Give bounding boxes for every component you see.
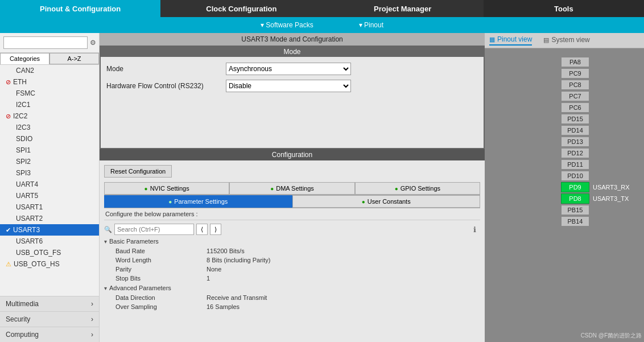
tab-nvic[interactable]: ● NVIC Settings (104, 182, 229, 195)
pin-row-pd14: PD14 (561, 125, 644, 135)
pinout-menu[interactable]: ▾ Pinout (359, 21, 383, 29)
sidebar-item-usart6[interactable]: USART6 (0, 236, 99, 247)
pin-row-pb14: PB14 (561, 216, 644, 226)
sidebar-item-eth[interactable]: ⊘ETH (0, 76, 99, 88)
params-next-button[interactable]: ⟩ (210, 224, 221, 235)
pin-pd13[interactable]: PD13 (561, 137, 589, 147)
tab-system-view[interactable]: ▤ System view (543, 35, 589, 46)
sidebar-item-uart4[interactable]: UART4 (0, 179, 99, 190)
tab-user-constants[interactable]: ● User Constants (292, 195, 481, 208)
pin-pd9[interactable]: PD9 (561, 182, 589, 192)
sidebar-group-computing: Computing › (0, 327, 99, 342)
pin-row-pa8: PA8 (561, 57, 644, 67)
param-baud-rate: Baud Rate 115200 Bits/s (104, 246, 480, 256)
pinout-area: PA8 PC9 PC8 PC7 PC6 PD15 PD14 PD13 PD12 … (485, 48, 644, 342)
config-section: Configuration Reset Configuration ● NVIC… (100, 149, 485, 316)
search-icon: 🔍 (104, 226, 112, 233)
hwflow-label: Hardware Flow Control (RS232) (106, 82, 220, 90)
sidebar-item-usart3[interactable]: ✔USART3 (0, 224, 99, 236)
watermark: CSDN @F菌的进阶之路 (581, 332, 642, 340)
mode-section-title: Mode (101, 47, 484, 57)
sidebar-item-spi1[interactable]: SPI1 (0, 145, 99, 156)
security-expand-icon: › (91, 315, 93, 323)
params-prev-button[interactable]: ⟨ (196, 224, 208, 235)
params-info-icon: ℹ (469, 224, 480, 235)
center-content: USART3 Mode and Configuration Mode Mode … (100, 33, 485, 342)
sidebar-item-usart2[interactable]: USART2 (0, 213, 99, 224)
pin-pd8[interactable]: PD8 (561, 193, 589, 204)
sidebar: ⚙ Categories A->Z CAN2 ⊘ETH FSMC I2C1 ⊘I… (0, 33, 100, 342)
sidebar-group-security-header[interactable]: Security › (0, 312, 99, 327)
sidebar-item-usb-otg-hs[interactable]: ⚠USB_OTG_HS (0, 258, 99, 270)
tab-params[interactable]: ● Parameter Settings (104, 195, 292, 208)
sidebar-tab-az[interactable]: A->Z (49, 53, 99, 64)
pin-pd14[interactable]: PD14 (561, 125, 589, 135)
sidebar-item-spi3[interactable]: SPI3 (0, 167, 99, 179)
sidebar-item-fsmc[interactable]: FSMC (0, 88, 99, 99)
usart-title: USART3 Mode and Configuration (100, 33, 485, 46)
params-search-row: 🔍 ⟨ ⟩ ℹ (104, 222, 480, 236)
nav-clock[interactable]: Clock Configuration (161, 0, 322, 17)
sidebar-tab-categories[interactable]: Categories (0, 53, 49, 64)
sidebar-item-uart5[interactable]: UART5 (0, 190, 99, 201)
sidebar-item-usb-otg-fs[interactable]: USB_OTG_FS (0, 247, 99, 258)
nav-tools[interactable]: Tools (484, 0, 644, 17)
nav-project[interactable]: Project Manager (323, 0, 484, 17)
pin-row-pc7: PC7 (561, 91, 644, 101)
mode-select[interactable]: Asynchronous (226, 63, 351, 75)
software-packs-menu[interactable]: ▾ Software Packs (261, 21, 313, 29)
reset-config-button[interactable]: Reset Configuration (104, 165, 172, 178)
sidebar-group-computing-header[interactable]: Computing › (0, 327, 99, 342)
pin-pa8[interactable]: PA8 (561, 57, 589, 67)
params-check-icon: ● (168, 199, 172, 205)
pin-pd12[interactable]: PD12 (561, 148, 589, 158)
pin-row-pd13: PD13 (561, 137, 644, 147)
pin-pc9[interactable]: PC9 (561, 68, 589, 79)
pin-pd15[interactable]: PD15 (561, 114, 589, 124)
mode-row-mode: Mode Asynchronous (106, 63, 478, 75)
usart-panel: USART3 Mode and Configuration Mode Mode … (100, 33, 485, 342)
right-tabs: ▦ Pinout view ▤ System view (485, 33, 644, 48)
sidebar-group-multimedia-header[interactable]: Multimedia › (0, 296, 99, 311)
tab-gpio[interactable]: ● GPIO Settings (355, 182, 480, 195)
nav-pinout[interactable]: Pinout & Configuration (0, 0, 161, 17)
tab-dma[interactable]: ● DMA Settings (229, 182, 354, 195)
sidebar-item-i2c3[interactable]: I2C3 (0, 122, 99, 133)
usart3-check-icon: ✔ (6, 226, 11, 234)
sidebar-settings-icon[interactable]: ⚙ (90, 37, 96, 48)
gpio-check-icon: ● (395, 186, 398, 192)
sidebar-item-can2[interactable]: CAN2 (0, 65, 99, 76)
pin-pc6[interactable]: PC6 (561, 102, 589, 113)
pin-row-pd11: PD11 (561, 159, 644, 170)
pin-pd9-label: USART3_RX (593, 184, 644, 191)
param-over-sampling: Over Sampling 16 Samples (104, 302, 480, 311)
pin-pd11[interactable]: PD11 (561, 159, 589, 170)
config-tab-row-1: ● NVIC Settings ● DMA Settings ● GPIO Se… (104, 182, 480, 195)
pin-pb15[interactable]: PB15 (561, 205, 589, 215)
sidebar-item-spi2[interactable]: SPI2 (0, 156, 99, 167)
pin-pd8-label: USART3_TX (593, 195, 644, 202)
sidebar-item-i2c2[interactable]: ⊘I2C2 (0, 110, 99, 122)
pinout-view-icon: ▦ (489, 36, 495, 43)
sidebar-item-sdio[interactable]: SDIO (0, 133, 99, 145)
sidebar-item-i2c1[interactable]: I2C1 (0, 99, 99, 110)
main-layout: ⚙ Categories A->Z CAN2 ⊘ETH FSMC I2C1 ⊘I… (0, 33, 644, 342)
pin-pc8[interactable]: PC8 (561, 80, 589, 90)
hwflow-select[interactable]: Disable (226, 80, 351, 92)
sidebar-item-usart1[interactable]: USART1 (0, 201, 99, 213)
params-search-input[interactable] (114, 224, 194, 235)
basic-params-arrow[interactable]: ▾ (104, 238, 107, 245)
dma-check-icon: ● (270, 186, 274, 192)
advanced-params-arrow[interactable]: ▾ (104, 285, 107, 291)
pin-row-pb15: PB15 (561, 205, 644, 215)
tab-pinout-view[interactable]: ▦ Pinout view (489, 35, 532, 46)
pin-pb14[interactable]: PB14 (561, 216, 589, 226)
config-title: Configuration (100, 149, 485, 160)
pin-pc7[interactable]: PC7 (561, 91, 589, 101)
pin-row-pd8: PD8USART3_TX (561, 193, 644, 204)
sidebar-search-input[interactable] (3, 36, 88, 49)
pin-pd10[interactable]: PD10 (561, 171, 589, 181)
multimedia-expand-icon: › (91, 300, 93, 308)
params-desc: Configure the below parameters : (104, 208, 480, 220)
system-view-icon: ▤ (543, 36, 549, 44)
